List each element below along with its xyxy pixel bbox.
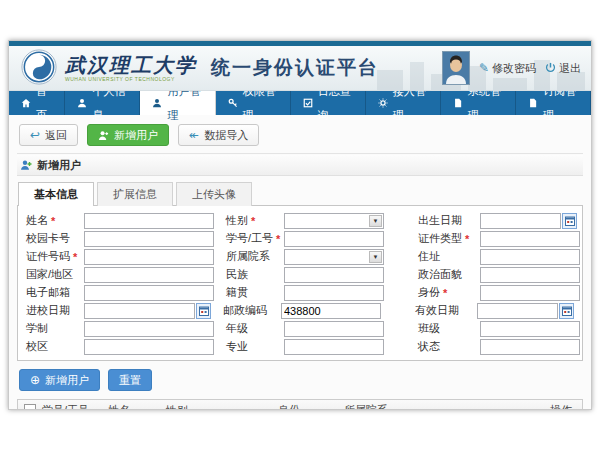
university-name-en: WUHAN UNIVERSITY OF TECHNOLOGY — [65, 77, 197, 82]
pencil-icon: ✎ — [479, 62, 489, 74]
grade-field[interactable] — [284, 321, 384, 337]
nav-item-subscription-management[interactable]: 订阅管理 — [516, 91, 591, 115]
data-import-label: 数据导入 — [204, 128, 248, 143]
calendar-icon[interactable] — [559, 303, 574, 319]
class-field[interactable] — [480, 321, 580, 337]
enroll-date-label: 进校日期 — [26, 303, 84, 318]
nav-item-log-query[interactable]: 日志查询 — [291, 91, 366, 115]
country-label: 国家/地区 — [26, 267, 84, 282]
back-arrow-icon: ↩ — [30, 129, 40, 141]
change-password-link[interactable]: ✎ 修改密码 — [479, 61, 536, 76]
department-select[interactable]: ▼ — [284, 249, 384, 265]
app-window: 武汉理工大学 WUHAN UNIVERSITY OF TECHNOLOGY 统一… — [8, 40, 592, 410]
doc-icon — [528, 98, 538, 108]
form-row: 国家/地区 民族 政治面貌 — [26, 266, 574, 283]
department-label: 所属院系 — [226, 249, 284, 264]
id-type-label: 证件类型* — [418, 231, 480, 246]
campus-field[interactable] — [84, 339, 214, 355]
student-id-field[interactable] — [284, 231, 384, 247]
identity-field[interactable] — [480, 285, 580, 301]
valid-date-field[interactable] — [477, 303, 558, 319]
university-name: 武汉理工大学 WUHAN UNIVERSITY OF TECHNOLOGY — [65, 55, 197, 82]
table-header: 学号/工号 姓名 性别 身份 所属院系 操作 — [18, 400, 582, 410]
power-icon — [545, 62, 556, 75]
main-nav: 首页 个人信息 用户管理 权限管理 日志查询 接入管理 系统管理 订阅管理 — [9, 91, 591, 115]
tab-extended-info[interactable]: 扩展信息 — [97, 182, 173, 206]
university-name-cn: 武汉理工大学 — [65, 55, 197, 75]
student-id-label: 学号/工号* — [226, 231, 284, 246]
form-actions: ⊕ 新增用户 重置 — [19, 369, 581, 391]
section-header: 新增用户 — [17, 155, 583, 176]
address-label: 住址 — [418, 249, 480, 264]
select-all-checkbox[interactable] — [24, 404, 36, 410]
nav-item-home[interactable]: 首页 — [9, 91, 65, 115]
major-field[interactable] — [284, 339, 384, 355]
campus-label: 校区 — [26, 339, 84, 354]
email-label: 电子邮箱 — [26, 285, 84, 300]
import-arrow-icon: ↞ — [189, 129, 199, 141]
form-row: 证件号码* 所属院系 ▼ 住址 — [26, 248, 574, 265]
calendar-icon[interactable] — [562, 213, 577, 229]
campus-card-field[interactable] — [84, 231, 214, 247]
id-type-field[interactable] — [480, 231, 580, 247]
valid-date-label: 有效日期 — [415, 303, 477, 318]
gender-label: 性别* — [226, 213, 284, 228]
nav-item-personal-info[interactable]: 个人信息 — [65, 91, 140, 115]
data-import-button[interactable]: ↞ 数据导入 — [178, 124, 259, 146]
required-marker: * — [276, 233, 280, 245]
name-field[interactable] — [84, 213, 214, 229]
dropdown-arrow-icon: ▼ — [369, 215, 382, 227]
native-place-field[interactable] — [284, 285, 384, 301]
add-user-label: 新增用户 — [114, 128, 158, 143]
section-title: 新增用户 — [37, 158, 81, 173]
reset-label: 重置 — [119, 373, 141, 388]
nav-item-system-management[interactable]: 系统管理 — [441, 91, 516, 115]
political-status-field[interactable] — [480, 267, 580, 283]
nav-item-user-management[interactable]: 用户管理 — [140, 91, 215, 115]
avatar — [442, 51, 470, 85]
header-user-area: ✎ 修改密码 退出 — [442, 46, 581, 90]
col-gender: 性别 — [164, 403, 276, 411]
major-label: 专业 — [226, 339, 284, 354]
birth-date-field[interactable] — [480, 213, 561, 229]
country-field[interactable] — [84, 267, 214, 283]
calendar-icon[interactable] — [196, 303, 211, 319]
col-department: 所属院系 — [342, 403, 548, 411]
col-student-id: 学号/工号 — [40, 403, 106, 411]
submit-add-user-button[interactable]: ⊕ 新增用户 — [19, 369, 100, 391]
form-row: 电子邮箱 籍贯 身份* — [26, 284, 574, 301]
ethnicity-field[interactable] — [284, 267, 384, 283]
add-user-toolbar-button[interactable]: 新增用户 — [87, 124, 169, 146]
nav-item-permission-management[interactable]: 权限管理 — [216, 91, 291, 115]
reset-button[interactable]: 重置 — [108, 369, 152, 391]
nav-item-access-management[interactable]: 接入管理 — [366, 91, 441, 115]
required-marker: * — [51, 215, 55, 227]
id-number-field[interactable] — [84, 249, 214, 265]
required-marker: * — [73, 251, 77, 263]
home-icon — [21, 98, 31, 108]
id-number-label: 证件号码* — [26, 249, 84, 264]
class-label: 班级 — [418, 321, 480, 336]
back-button[interactable]: ↩ 返回 — [19, 124, 78, 146]
campus-card-label: 校园卡号 — [26, 231, 84, 246]
col-identity: 身份 — [276, 403, 342, 411]
email-field[interactable] — [84, 285, 214, 301]
postal-code-field[interactable] — [281, 303, 381, 319]
tab-basic-info[interactable]: 基本信息 — [18, 182, 94, 206]
logout-link[interactable]: 退出 — [545, 61, 581, 76]
status-field[interactable] — [480, 339, 580, 355]
name-label: 姓名* — [26, 213, 84, 228]
enroll-date-field[interactable] — [84, 303, 195, 319]
user-table: 学号/工号 姓名 性别 身份 所属院系 操作 — [17, 399, 583, 410]
gender-select[interactable]: ▼ — [284, 213, 384, 229]
identity-label: 身份* — [418, 285, 480, 300]
tab-upload-avatar[interactable]: 上传头像 — [176, 182, 252, 206]
address-field[interactable] — [480, 249, 580, 265]
change-password-label: 修改密码 — [492, 61, 536, 76]
user-icon — [152, 98, 162, 108]
new-user-icon — [20, 159, 32, 171]
study-length-field[interactable] — [84, 321, 214, 337]
log-icon — [303, 98, 313, 108]
form-row: 进校日期 邮政编码 有效日期 — [26, 302, 574, 319]
gear-icon — [378, 98, 388, 108]
